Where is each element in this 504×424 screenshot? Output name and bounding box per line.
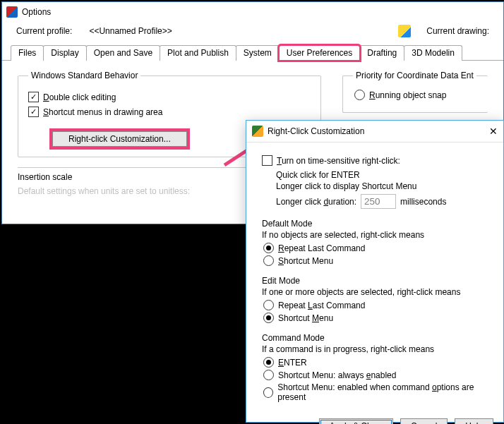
current-drawing-label: Current drawing: (426, 26, 489, 36)
tab-system[interactable]: System (236, 45, 280, 61)
priority-group: Priority for Coordinate Data Ent Running… (342, 71, 488, 113)
tab-plot-and-publish[interactable]: Plot and Publish (160, 45, 236, 61)
options-title: Options (22, 7, 51, 17)
longer-click-text: Longer click to display Shortcut Menu (262, 181, 491, 191)
help-button[interactable]: Help (455, 418, 493, 424)
duration-label: Longer click duration: (276, 197, 356, 207)
edit-mode-title: Edit Mode (262, 276, 491, 286)
dialog-title: Right-Click Customization (268, 126, 364, 136)
edit-shortcut-label: Shortcut Menu (278, 313, 333, 323)
duration-row: Longer click duration: milliseconds (262, 194, 491, 209)
time-sensitive-label: Turn on time-sensitive right-click: (277, 156, 400, 166)
radio-icon (263, 357, 274, 368)
current-profile-value: <<Unnamed Profile>> (89, 26, 172, 36)
radio-icon (263, 255, 274, 266)
command-mode-desc: If a command is in progress, right-click… (262, 344, 491, 354)
tab-open-and-save[interactable]: Open and Save (86, 45, 160, 61)
tab-user-preferences[interactable]: User Preferences (279, 45, 360, 61)
radio-icon (263, 387, 273, 398)
right-click-customization-button[interactable]: Right-click Customization... (52, 131, 187, 147)
command-always-label: Shortcut Menu: always enabled (278, 370, 396, 380)
edit-repeat-radio[interactable]: Repeat Last Command (263, 300, 491, 310)
command-mode-title: Command Mode (262, 333, 491, 343)
unchecked-icon (262, 155, 272, 166)
dialog-buttons: Apply & Close Cancel Help (246, 411, 503, 424)
rc-btn-label: Right-click Customization... (52, 131, 187, 147)
edit-repeat-label: Repeat Last Command (278, 301, 365, 310)
default-repeat-label: Repeat Last Command (278, 243, 365, 253)
default-repeat-radio[interactable]: Repeat Last Command (263, 243, 491, 253)
edit-mode-desc: If one or more objects are selected, rig… (262, 287, 491, 297)
quick-click-text: Quick click for ENTER (262, 170, 491, 180)
command-enter-label: ENTER (278, 358, 307, 368)
tab-files[interactable]: Files (11, 45, 44, 61)
default-shortcut-radio[interactable]: Shortcut Menu (263, 255, 491, 266)
running-object-snap-label: Running object snap (369, 90, 446, 100)
profile-row: Current profile: <<Unnamed Profile>> Cur… (2, 22, 503, 43)
priority-legend: Priority for Coordinate Data Ent (353, 71, 476, 80)
duration-units: milliseconds (400, 197, 446, 207)
radio-icon (263, 243, 274, 253)
command-enter-radio[interactable]: ENTER (263, 357, 491, 368)
default-mode-title: Default Mode (262, 219, 491, 229)
right-click-customization-dialog: Right-Click Customization ✕ Turn on time… (246, 120, 504, 423)
shortcut-menus-label: Shortcut menus in drawing area (43, 107, 162, 117)
tabs: Files Display Open and Save Plot and Pub… (2, 43, 503, 61)
cancel-button[interactable]: Cancel (400, 418, 448, 424)
time-sensitive-checkbox[interactable]: Turn on time-sensitive right-click: (262, 155, 491, 166)
command-options-radio[interactable]: Shortcut Menu: enabled when command opti… (263, 382, 491, 402)
radio-icon (263, 313, 274, 323)
drawing-icon (398, 25, 411, 37)
close-button[interactable]: ✕ (489, 126, 498, 136)
shortcut-menus-checkbox[interactable]: ✓ Shortcut menus in drawing area (28, 107, 311, 117)
default-shortcut-label: Shortcut Menu (278, 256, 333, 266)
dialog-titlebar: Right-Click Customization ✕ (246, 121, 503, 143)
duration-input[interactable] (361, 194, 396, 209)
running-object-snap-radio[interactable]: Running object snap (354, 90, 478, 100)
options-titlebar: Options (2, 2, 503, 22)
command-always-radio[interactable]: Shortcut Menu: always enabled (263, 370, 491, 380)
command-options-label: Shortcut Menu: enabled when command opti… (277, 382, 491, 402)
check-icon: ✓ (28, 92, 39, 102)
radio-icon (263, 300, 274, 310)
current-profile-label: Current profile: (16, 26, 72, 36)
default-mode-desc: If no objects are selected, right-click … (262, 230, 491, 240)
check-icon: ✓ (28, 107, 39, 117)
edit-shortcut-radio[interactable]: Shortcut Menu (263, 313, 491, 323)
apply-close-button[interactable]: Apply & Close (319, 418, 393, 424)
double-click-editing-checkbox[interactable]: ✓ Double click editing (28, 92, 311, 102)
dialog-icon (252, 126, 263, 137)
tab-drafting[interactable]: Drafting (359, 45, 404, 61)
tab-3d-modeling[interactable]: 3D Modelin (404, 45, 462, 61)
radio-icon (263, 370, 274, 380)
double-click-label: Double click editing (43, 92, 116, 102)
wsb-legend: Windows Standard Behavior (28, 71, 140, 80)
radio-icon (354, 90, 365, 100)
app-icon (6, 6, 18, 18)
tab-display[interactable]: Display (43, 45, 86, 61)
dialog-body: Turn on time-sensitive right-click: Quic… (246, 143, 503, 411)
